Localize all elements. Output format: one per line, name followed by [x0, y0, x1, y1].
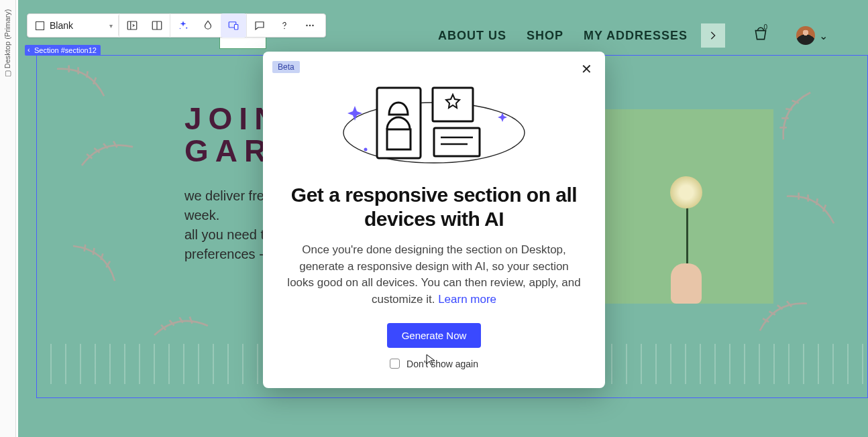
- svg-point-17: [364, 148, 368, 151]
- dont-show-label: Don't show again: [406, 359, 478, 369]
- dont-show-checkbox[interactable]: [390, 359, 400, 369]
- modal-body: Once you're done designing the section o…: [287, 242, 581, 308]
- svg-rect-12: [387, 129, 411, 149]
- generate-now-button[interactable]: Generate Now: [387, 323, 482, 348]
- modal-title: Get a responsive section on all devices …: [287, 183, 581, 231]
- learn-more-link[interactable]: Learn more: [438, 293, 496, 306]
- ai-responsive-modal: Beta ✕: [263, 52, 605, 388]
- dont-show-again[interactable]: Don't show again: [287, 359, 581, 369]
- beta-badge: Beta: [272, 61, 300, 73]
- modal-illustration: [333, 76, 535, 176]
- svg-rect-14: [434, 128, 480, 156]
- close-icon[interactable]: ✕: [578, 61, 594, 77]
- modal-overlay: Beta ✕: [0, 0, 868, 437]
